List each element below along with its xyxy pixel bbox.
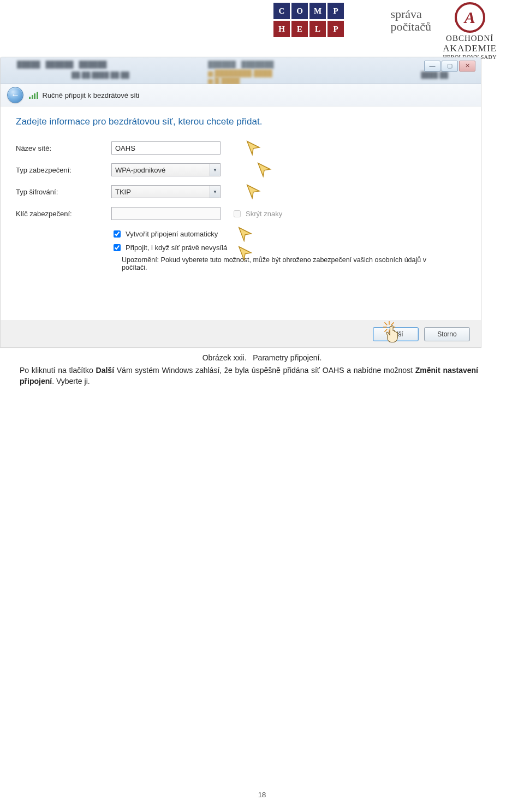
svg-marker-0: [247, 141, 260, 155]
logo-cell: O: [291, 3, 308, 19]
akademie-circle-icon: A: [455, 2, 485, 33]
svg-line-9: [385, 323, 387, 325]
para-part1: Po kliknutí na tlačítko: [20, 366, 96, 375]
pointer-arrow-icon: [237, 226, 253, 242]
instruction-heading: Zadejte informace pro bezdrátovou síť, k…: [16, 116, 466, 127]
sprava-line1: správa: [390, 8, 431, 20]
window-titlebar-blurred: █████ ██████ ██████ ██.██.████ ██:██ ███…: [1, 57, 481, 84]
input-network-name-value: OAHS: [115, 144, 135, 152]
combo-security-type-value: WPA-podnikové: [115, 166, 165, 174]
label-security-key: Klíč zabezpečení:: [16, 210, 111, 218]
next-button[interactable]: Další: [373, 327, 419, 341]
wizard-body: Zadejte informace pro bezdrátovou síť, k…: [1, 106, 481, 321]
akademie-line1: OBCHODNÍ: [443, 34, 497, 43]
input-security-key[interactable]: [111, 207, 221, 220]
chevron-down-icon: ▼: [210, 164, 220, 176]
figure-caption: Obrázek xxii. Parametry připojení.: [22, 353, 502, 362]
pointer-arrow-icon: [256, 161, 272, 177]
page-header: C O M P H E L P správa počítačů A OBCHOD…: [0, 0, 524, 49]
label-security-type: Typ zabezpečení:: [16, 166, 111, 174]
wizard-footer: Další Storno: [1, 321, 481, 347]
label-encryption-type: Typ šifrování:: [16, 188, 111, 196]
combo-encryption-type-value: TKIP: [115, 188, 131, 196]
checkbox-connect-hidden-label: Připojit, i když síť právě nevysílá: [126, 244, 227, 252]
svg-marker-2: [247, 185, 260, 198]
sprava-line2: počítačů: [390, 20, 431, 33]
svg-marker-3: [239, 228, 252, 241]
close-button[interactable]: ✕: [459, 61, 475, 72]
para-part3: . Vyberte ji.: [52, 377, 90, 386]
wifi-signal-icon: [29, 91, 38, 99]
logo-cell: L: [309, 21, 326, 37]
pointer-arrow-icon: [245, 183, 261, 199]
combo-encryption-type[interactable]: TKIP ▼: [111, 185, 221, 198]
checkbox-auto-connect[interactable]: Vytvořit připojení automaticky: [111, 229, 466, 239]
input-network-name[interactable]: OAHS: [111, 141, 221, 155]
logo-cell: M: [309, 3, 326, 19]
akademie-logo: A OBCHODNÍ AKADEMIE HEROLDOVY SADY: [443, 2, 497, 60]
logo-cell: C: [273, 3, 290, 19]
svg-line-11: [391, 323, 394, 325]
logo-cell: P: [327, 3, 344, 19]
combo-security-type[interactable]: WPA-podnikové ▼: [111, 163, 221, 176]
window-controls: — ▢ ✕: [424, 61, 475, 72]
label-network-name: Název sítě:: [16, 144, 111, 152]
cancel-button[interactable]: Storno: [424, 327, 470, 341]
checkbox-connect-hidden-box[interactable]: [114, 244, 121, 251]
warning-text: Upozornění: Pokud vyberete tuto možnost,…: [122, 256, 438, 271]
paragraph: Po kliknutí na tlačítko Další Vám systém…: [20, 365, 478, 387]
checkbox-auto-connect-label: Vytvořit připojení automaticky: [126, 230, 218, 238]
wizard-header: ← Ručně připojit k bezdrátové síti: [1, 84, 481, 106]
wizard-window: █████ ██████ ██████ ██.██.████ ██:██ ███…: [0, 57, 481, 348]
checkbox-hide-chars-label: Skrýt znaky: [246, 210, 282, 218]
akademie-line2: AKADEMIE: [443, 43, 497, 54]
comhelp-logo: C O M P H E L P: [273, 3, 344, 37]
para-bold1: Další: [96, 366, 114, 375]
logo-cell: P: [327, 21, 344, 37]
minimize-button[interactable]: —: [424, 61, 440, 72]
figure-prefix: Obrázek xxii.: [203, 353, 247, 362]
wizard-title: Ručně připojit k bezdrátové síti: [43, 91, 140, 99]
logo-cell: H: [273, 21, 290, 37]
pointer-arrow-icon: [245, 139, 261, 156]
page-number: 18: [0, 791, 524, 799]
back-button[interactable]: ←: [7, 87, 23, 103]
chevron-down-icon: ▼: [210, 186, 220, 198]
checkbox-auto-connect-box[interactable]: [114, 230, 121, 238]
checkbox-hide-chars-box: [234, 210, 241, 217]
checkbox-connect-hidden[interactable]: Připojit, i když síť právě nevysílá: [111, 242, 466, 253]
svg-marker-1: [258, 163, 271, 176]
para-part2: Vám systém Windows zahlásí, že byla úspě…: [114, 366, 415, 375]
logo-cell: E: [291, 21, 308, 37]
sprava-text: správa počítačů: [390, 8, 431, 33]
checkbox-hide-chars: Skrýt znaky: [231, 209, 282, 219]
maximize-button[interactable]: ▢: [442, 61, 458, 72]
figure-text: Parametry připojení.: [253, 353, 321, 362]
arrow-left-icon: ←: [11, 90, 20, 100]
